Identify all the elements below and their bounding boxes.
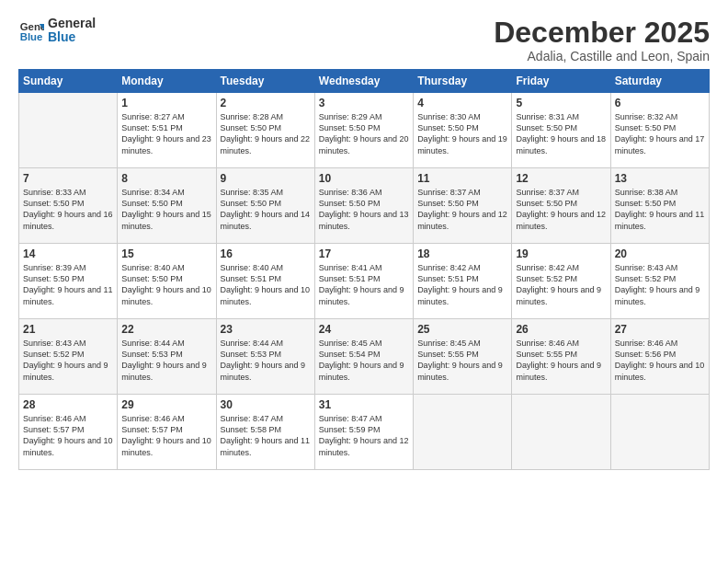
calendar-cell: 10Sunrise: 8:36 AMSunset: 5:50 PMDayligh…	[314, 168, 413, 244]
cell-details: Sunrise: 8:47 AMSunset: 5:59 PMDaylight:…	[319, 413, 409, 458]
day-number: 30	[221, 398, 311, 411]
calendar-cell: 19Sunrise: 8:42 AMSunset: 5:52 PMDayligh…	[512, 244, 610, 319]
calendar-cell: 13Sunrise: 8:38 AMSunset: 5:50 PMDayligh…	[610, 168, 709, 244]
calendar-cell: 31Sunrise: 8:47 AMSunset: 5:59 PMDayligh…	[314, 395, 413, 470]
cell-details: Sunrise: 8:32 AMSunset: 5:50 PMDaylight:…	[615, 111, 705, 156]
day-number: 25	[417, 323, 507, 336]
cell-details: Sunrise: 8:37 AMSunset: 5:50 PMDaylight:…	[516, 187, 606, 232]
day-number: 31	[319, 398, 409, 411]
calendar-cell: 5Sunrise: 8:31 AMSunset: 5:50 PMDaylight…	[512, 93, 610, 168]
calendar-cell: 25Sunrise: 8:45 AMSunset: 5:55 PMDayligh…	[414, 319, 512, 395]
day-number: 9	[221, 172, 311, 185]
calendar-cell: 6Sunrise: 8:32 AMSunset: 5:50 PMDaylight…	[610, 93, 709, 168]
calendar-cell: 8Sunrise: 8:34 AMSunset: 5:50 PMDaylight…	[118, 168, 216, 244]
header-day-sunday: Sunday	[19, 70, 118, 93]
day-number: 20	[615, 247, 705, 260]
cell-details: Sunrise: 8:39 AMSunset: 5:50 PMDaylight:…	[23, 262, 113, 307]
cell-details: Sunrise: 8:33 AMSunset: 5:50 PMDaylight:…	[23, 187, 113, 232]
calendar-cell: 9Sunrise: 8:35 AMSunset: 5:50 PMDaylight…	[216, 168, 314, 244]
cell-details: Sunrise: 8:30 AMSunset: 5:50 PMDaylight:…	[417, 111, 507, 156]
calendar-body: 1Sunrise: 8:27 AMSunset: 5:51 PMDaylight…	[19, 93, 710, 470]
cell-details: Sunrise: 8:44 AMSunset: 5:53 PMDaylight:…	[221, 338, 311, 383]
cell-details: Sunrise: 8:36 AMSunset: 5:50 PMDaylight:…	[319, 187, 409, 232]
day-number: 18	[417, 247, 507, 260]
header-day-tuesday: Tuesday	[216, 70, 314, 93]
calendar-cell: 4Sunrise: 8:30 AMSunset: 5:50 PMDaylight…	[414, 93, 512, 168]
cell-details: Sunrise: 8:43 AMSunset: 5:52 PMDaylight:…	[615, 262, 705, 307]
calendar-cell: 29Sunrise: 8:46 AMSunset: 5:57 PMDayligh…	[118, 395, 216, 470]
svg-text:Blue: Blue	[20, 31, 43, 42]
cell-details: Sunrise: 8:46 AMSunset: 5:57 PMDaylight:…	[23, 413, 113, 458]
calendar-cell: 28Sunrise: 8:46 AMSunset: 5:57 PMDayligh…	[19, 395, 118, 470]
calendar-cell: 18Sunrise: 8:42 AMSunset: 5:51 PMDayligh…	[414, 244, 512, 319]
calendar-cell: 17Sunrise: 8:41 AMSunset: 5:51 PMDayligh…	[314, 244, 413, 319]
day-number: 17	[319, 247, 409, 260]
day-number: 14	[23, 247, 113, 260]
header-day-monday: Monday	[118, 70, 216, 93]
cell-details: Sunrise: 8:45 AMSunset: 5:54 PMDaylight:…	[319, 338, 409, 383]
day-number: 4	[417, 97, 507, 109]
calendar-cell: 7Sunrise: 8:33 AMSunset: 5:50 PMDaylight…	[19, 168, 118, 244]
calendar-cell: 22Sunrise: 8:44 AMSunset: 5:53 PMDayligh…	[118, 319, 216, 395]
cell-details: Sunrise: 8:35 AMSunset: 5:50 PMDaylight:…	[221, 187, 311, 232]
day-number: 7	[23, 172, 113, 185]
header-day-saturday: Saturday	[610, 70, 709, 93]
day-number: 21	[23, 323, 113, 336]
cell-details: Sunrise: 8:44 AMSunset: 5:53 PMDaylight:…	[121, 338, 211, 383]
day-number: 11	[417, 172, 507, 185]
header-day-friday: Friday	[512, 70, 610, 93]
cell-details: Sunrise: 8:46 AMSunset: 5:57 PMDaylight:…	[121, 413, 211, 458]
day-number: 27	[615, 323, 705, 336]
cell-details: Sunrise: 8:46 AMSunset: 5:55 PMDaylight:…	[516, 338, 606, 383]
logo-line1: General	[48, 17, 96, 30]
title-block: December 2025 Adalia, Castille and Leon,…	[494, 17, 710, 63]
cell-details: Sunrise: 8:28 AMSunset: 5:50 PMDaylight:…	[221, 111, 311, 156]
cell-details: Sunrise: 8:45 AMSunset: 5:55 PMDaylight:…	[417, 338, 507, 383]
calendar-cell: 21Sunrise: 8:43 AMSunset: 5:52 PMDayligh…	[19, 319, 118, 395]
cell-details: Sunrise: 8:31 AMSunset: 5:50 PMDaylight:…	[516, 111, 606, 156]
calendar-cell: 30Sunrise: 8:47 AMSunset: 5:58 PMDayligh…	[216, 395, 314, 470]
cell-details: Sunrise: 8:37 AMSunset: 5:50 PMDaylight:…	[417, 187, 507, 232]
day-number: 1	[121, 97, 211, 109]
calendar-cell: 23Sunrise: 8:44 AMSunset: 5:53 PMDayligh…	[216, 319, 314, 395]
logo-line2: Blue	[48, 30, 96, 44]
cell-details: Sunrise: 8:34 AMSunset: 5:50 PMDaylight:…	[121, 187, 211, 232]
day-number: 13	[615, 172, 705, 185]
cell-details: Sunrise: 8:40 AMSunset: 5:50 PMDaylight:…	[121, 262, 211, 307]
calendar-cell	[19, 93, 118, 168]
day-number: 2	[221, 97, 311, 109]
calendar-cell	[414, 395, 512, 470]
calendar-header: SundayMondayTuesdayWednesdayThursdayFrid…	[19, 70, 710, 93]
day-number: 16	[221, 247, 311, 260]
cell-details: Sunrise: 8:42 AMSunset: 5:51 PMDaylight:…	[417, 262, 507, 307]
day-number: 22	[121, 323, 211, 336]
day-number: 19	[516, 247, 606, 260]
calendar-cell: 12Sunrise: 8:37 AMSunset: 5:50 PMDayligh…	[512, 168, 610, 244]
day-number: 28	[23, 398, 113, 411]
calendar-cell: 2Sunrise: 8:28 AMSunset: 5:50 PMDaylight…	[216, 93, 314, 168]
calendar-cell: 15Sunrise: 8:40 AMSunset: 5:50 PMDayligh…	[118, 244, 216, 319]
logo: General Blue General Blue	[18, 17, 96, 45]
calendar-cell: 14Sunrise: 8:39 AMSunset: 5:50 PMDayligh…	[19, 244, 118, 319]
day-number: 8	[121, 172, 211, 185]
cell-details: Sunrise: 8:27 AMSunset: 5:51 PMDaylight:…	[121, 111, 211, 156]
calendar-cell: 24Sunrise: 8:45 AMSunset: 5:54 PMDayligh…	[314, 319, 413, 395]
cell-details: Sunrise: 8:41 AMSunset: 5:51 PMDaylight:…	[319, 262, 409, 307]
calendar-cell: 20Sunrise: 8:43 AMSunset: 5:52 PMDayligh…	[610, 244, 709, 319]
header-day-thursday: Thursday	[414, 70, 512, 93]
calendar-cell: 1Sunrise: 8:27 AMSunset: 5:51 PMDaylight…	[118, 93, 216, 168]
calendar-cell: 26Sunrise: 8:46 AMSunset: 5:55 PMDayligh…	[512, 319, 610, 395]
day-number: 10	[319, 172, 409, 185]
subtitle: Adalia, Castille and Leon, Spain	[494, 49, 710, 63]
day-number: 29	[121, 398, 211, 411]
month-title: December 2025	[494, 17, 710, 49]
day-number: 24	[319, 323, 409, 336]
cell-details: Sunrise: 8:38 AMSunset: 5:50 PMDaylight:…	[615, 187, 705, 232]
day-number: 26	[516, 323, 606, 336]
cell-details: Sunrise: 8:29 AMSunset: 5:50 PMDaylight:…	[319, 111, 409, 156]
day-number: 15	[121, 247, 211, 260]
day-number: 3	[319, 97, 409, 109]
header-day-wednesday: Wednesday	[314, 70, 413, 93]
cell-details: Sunrise: 8:46 AMSunset: 5:56 PMDaylight:…	[615, 338, 705, 383]
calendar-cell: 16Sunrise: 8:40 AMSunset: 5:51 PMDayligh…	[216, 244, 314, 319]
